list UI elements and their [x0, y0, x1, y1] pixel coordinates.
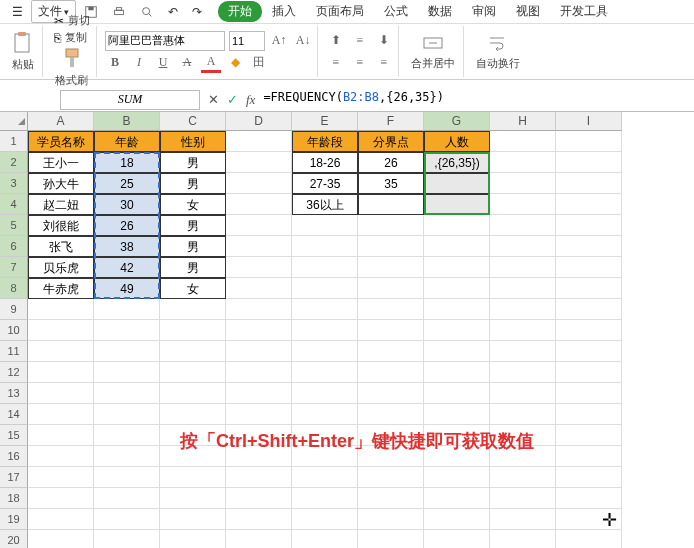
cell-I18[interactable]	[556, 488, 622, 509]
cell-G10[interactable]	[424, 320, 490, 341]
cell-F20[interactable]	[358, 530, 424, 548]
row-header-3[interactable]: 3	[0, 173, 28, 194]
cell-B10[interactable]	[94, 320, 160, 341]
cell-D3[interactable]	[226, 173, 292, 194]
cell-D17[interactable]	[226, 467, 292, 488]
cell-C11[interactable]	[160, 341, 226, 362]
cell-B11[interactable]	[94, 341, 160, 362]
cell-C4[interactable]: 女	[160, 194, 226, 215]
cell-H7[interactable]	[490, 257, 556, 278]
col-header-C[interactable]: C	[160, 112, 226, 131]
paste-button[interactable]: 粘贴	[8, 29, 38, 74]
cell-E1[interactable]: 年龄段	[292, 131, 358, 152]
cell-D7[interactable]	[226, 257, 292, 278]
cell-F11[interactable]	[358, 341, 424, 362]
cell-H9[interactable]	[490, 299, 556, 320]
cell-G1[interactable]: 人数	[424, 131, 490, 152]
cell-B4[interactable]: 30	[94, 194, 160, 215]
cell-D5[interactable]	[226, 215, 292, 236]
cell-F3[interactable]: 35	[358, 173, 424, 194]
cell-A1[interactable]: 学员名称	[28, 131, 94, 152]
cell-B14[interactable]	[94, 404, 160, 425]
cell-H8[interactable]	[490, 278, 556, 299]
cell-E2[interactable]: 18-26	[292, 152, 358, 173]
cell-D1[interactable]	[226, 131, 292, 152]
align-center-button[interactable]: ≡	[350, 53, 370, 73]
font-color-button[interactable]: A	[201, 53, 221, 73]
cell-A11[interactable]	[28, 341, 94, 362]
cell-F12[interactable]	[358, 362, 424, 383]
cell-C18[interactable]	[160, 488, 226, 509]
cell-D2[interactable]	[226, 152, 292, 173]
cell-H4[interactable]	[490, 194, 556, 215]
cell-D14[interactable]	[226, 404, 292, 425]
cell-B20[interactable]	[94, 530, 160, 548]
cell-G5[interactable]	[424, 215, 490, 236]
cell-C10[interactable]	[160, 320, 226, 341]
cell-C8[interactable]: 女	[160, 278, 226, 299]
name-box[interactable]	[60, 90, 200, 110]
italic-button[interactable]: I	[129, 53, 149, 73]
cell-D19[interactable]	[226, 509, 292, 530]
tab-插入[interactable]: 插入	[262, 1, 306, 22]
cell-B18[interactable]	[94, 488, 160, 509]
cell-I12[interactable]	[556, 362, 622, 383]
qat-undo-icon[interactable]: ↶	[162, 3, 184, 21]
row-header-7[interactable]: 7	[0, 257, 28, 278]
align-mid-button[interactable]: ≡	[350, 31, 370, 51]
cell-I16[interactable]	[556, 446, 622, 467]
cell-I20[interactable]	[556, 530, 622, 548]
cell-H11[interactable]	[490, 341, 556, 362]
cell-H13[interactable]	[490, 383, 556, 404]
fill-color-button[interactable]: ◆	[225, 53, 245, 73]
cell-B1[interactable]: 年龄	[94, 131, 160, 152]
row-header-18[interactable]: 18	[0, 488, 28, 509]
row-header-16[interactable]: 16	[0, 446, 28, 467]
cell-H18[interactable]	[490, 488, 556, 509]
cell-A15[interactable]	[28, 425, 94, 446]
cell-G12[interactable]	[424, 362, 490, 383]
cell-D20[interactable]	[226, 530, 292, 548]
cell-A14[interactable]	[28, 404, 94, 425]
cell-E14[interactable]	[292, 404, 358, 425]
qat-redo-icon[interactable]: ↷	[186, 3, 208, 21]
cell-H12[interactable]	[490, 362, 556, 383]
cell-F8[interactable]	[358, 278, 424, 299]
cell-D12[interactable]	[226, 362, 292, 383]
bold-button[interactable]: B	[105, 53, 125, 73]
cell-E6[interactable]	[292, 236, 358, 257]
cell-G13[interactable]	[424, 383, 490, 404]
tab-页面布局[interactable]: 页面布局	[306, 1, 374, 22]
grow-font-button[interactable]: A↑	[269, 31, 289, 51]
cell-A17[interactable]	[28, 467, 94, 488]
cell-H2[interactable]	[490, 152, 556, 173]
cell-H3[interactable]	[490, 173, 556, 194]
cell-A3[interactable]: 孙大牛	[28, 173, 94, 194]
cell-C1[interactable]: 性别	[160, 131, 226, 152]
cell-F4[interactable]	[358, 194, 424, 215]
cell-B15[interactable]	[94, 425, 160, 446]
cell-F7[interactable]	[358, 257, 424, 278]
fx-icon[interactable]: fx	[246, 92, 255, 108]
cell-D10[interactable]	[226, 320, 292, 341]
row-header-6[interactable]: 6	[0, 236, 28, 257]
cell-B7[interactable]: 42	[94, 257, 160, 278]
cell-C2[interactable]: 男	[160, 152, 226, 173]
cell-B2[interactable]: 18	[94, 152, 160, 173]
cell-E19[interactable]	[292, 509, 358, 530]
accept-formula-icon[interactable]: ✓	[227, 92, 238, 108]
cell-A2[interactable]: 王小一	[28, 152, 94, 173]
row-header-12[interactable]: 12	[0, 362, 28, 383]
font-size-select[interactable]	[229, 31, 265, 51]
cell-C20[interactable]	[160, 530, 226, 548]
borders-button[interactable]: 田	[249, 53, 269, 73]
cell-E4[interactable]: 36以上	[292, 194, 358, 215]
cell-E12[interactable]	[292, 362, 358, 383]
cell-I2[interactable]	[556, 152, 622, 173]
row-header-10[interactable]: 10	[0, 320, 28, 341]
cell-H17[interactable]	[490, 467, 556, 488]
cell-F17[interactable]	[358, 467, 424, 488]
cell-I9[interactable]	[556, 299, 622, 320]
tab-视图[interactable]: 视图	[506, 1, 550, 22]
cut-button[interactable]: ✂剪切	[54, 13, 90, 28]
